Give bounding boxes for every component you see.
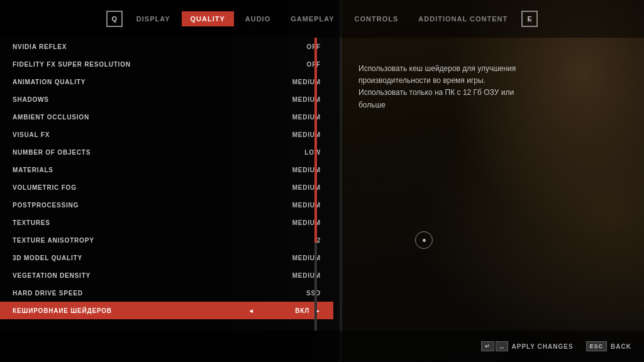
info-description: Использовать кеш шейдеров для улучшения …: [358, 63, 535, 111]
back-label: BACK: [611, 343, 631, 350]
setting-fidelity-fx[interactable]: FIDELITY FX SUPER RESOLUTION OFF: [0, 55, 333, 73]
scroll-thumb[interactable]: [314, 38, 317, 243]
setting-shader-cache[interactable]: КЕШИРОВНАИЕ ШЕЙДЕРОВ ◄ ВКЛ ►: [0, 302, 333, 319]
value-arrow-left[interactable]: ◄: [248, 307, 254, 314]
setting-3d-model-quality[interactable]: 3D MODEL QUALITY MEDIUM: [0, 249, 333, 266]
setting-postprocessing-label: POSTPROCESSING: [13, 202, 270, 209]
setting-3d-model-quality-label: 3D MODEL QUALITY: [13, 255, 270, 261]
tab-display[interactable]: DISPLAY: [128, 11, 179, 26]
setting-vegetation-density-value: MEDIUM: [270, 272, 321, 279]
key-enter-icon2: ⎵: [496, 341, 508, 351]
circle-dot: [423, 239, 426, 242]
tab-additional-content[interactable]: ADDITIONAL CONTENT: [409, 11, 516, 26]
setting-texture-anisotropy-value: 2: [270, 237, 321, 244]
setting-materials[interactable]: MATERIALS MEDIUM: [0, 161, 333, 178]
apply-changes-label: APPLY CHANGES: [512, 343, 574, 350]
enter-key-icons: ↵ ⎵: [481, 341, 508, 351]
settings-list: NVIDIA REFLEX OFF FIDELITY FX SUPER RESO…: [0, 38, 333, 331]
setting-shader-cache-label: КЕШИРОВНАИЕ ШЕЙДЕРОВ: [13, 307, 248, 314]
setting-materials-label: MATERIALS: [13, 167, 270, 173]
settings-panel: NVIDIA REFLEX OFF FIDELITY FX SUPER RESO…: [0, 38, 333, 331]
setting-nvidia-reflex-label: NVIDIA REFLEX: [13, 43, 270, 50]
setting-volumetric-fog-value: MEDIUM: [270, 184, 321, 191]
setting-nvidia-reflex-value: OFF: [270, 43, 321, 50]
scroll-track[interactable]: [314, 38, 317, 331]
setting-hard-drive-speed[interactable]: HARD DRIVE SPEED SSD: [0, 284, 333, 302]
setting-postprocessing[interactable]: POSTPROCESSING MEDIUM: [0, 196, 333, 214]
navigation-bar: Q DISPLAY QUALITY AUDIO GAMEPLAY CONTROL…: [0, 0, 644, 38]
setting-animation-quality-label: ANIMATION QUALITY: [13, 79, 270, 85]
setting-materials-value: MEDIUM: [270, 167, 321, 173]
setting-number-of-objects-value: LOW: [270, 149, 321, 156]
setting-volumetric-fog[interactable]: VOLUMETRIC FOG MEDIUM: [0, 178, 333, 196]
setting-ambient-occlusion[interactable]: AMBIENT OCCLUSION MEDIUM: [0, 108, 333, 126]
setting-textures[interactable]: TEXTURES MEDIUM: [0, 214, 333, 231]
info-panel: Использовать кеш шейдеров для улучшения …: [340, 38, 644, 331]
setting-hard-drive-speed-value: SSD: [270, 290, 321, 297]
setting-texture-anisotropy-label: TEXTURE ANISOTROPY: [13, 237, 270, 244]
setting-fidelity-fx-value: OFF: [270, 61, 321, 68]
tab-gameplay[interactable]: GAMEPLAY: [282, 11, 343, 26]
setting-number-of-objects[interactable]: NUMBER OF OBJECTS LOW: [0, 143, 333, 161]
tab-audio[interactable]: AUDIO: [236, 11, 279, 26]
setting-visual-fx[interactable]: VISUAL FX MEDIUM: [0, 126, 333, 143]
setting-vegetation-density[interactable]: VEGETATION DENSITY MEDIUM: [0, 266, 333, 284]
tab-quality[interactable]: QUALITY: [182, 11, 234, 26]
setting-textures-label: TEXTURES: [13, 219, 270, 226]
setting-vegetation-density-label: VEGETATION DENSITY: [13, 272, 270, 279]
setting-nvidia-reflex[interactable]: NVIDIA REFLEX OFF: [0, 38, 333, 55]
esc-key-icon: ESC: [586, 341, 608, 351]
prev-key-icon[interactable]: Q: [106, 11, 123, 27]
setting-animation-quality[interactable]: ANIMATION QUALITY MEDIUM: [0, 73, 333, 90]
setting-visual-fx-value: MEDIUM: [270, 131, 321, 138]
setting-ambient-occlusion-value: MEDIUM: [270, 114, 321, 121]
setting-3d-model-quality-value: MEDIUM: [270, 255, 321, 261]
circle-indicator: [415, 231, 433, 249]
setting-textures-value: MEDIUM: [270, 219, 321, 226]
key-enter-icon1: ↵: [481, 341, 494, 351]
apply-changes-action[interactable]: ↵ ⎵ APPLY CHANGES: [481, 341, 574, 351]
setting-animation-quality-value: MEDIUM: [270, 79, 321, 85]
setting-postprocessing-value: MEDIUM: [270, 202, 321, 209]
setting-number-of-objects-label: NUMBER OF OBJECTS: [13, 149, 270, 156]
setting-visual-fx-label: VISUAL FX: [13, 131, 270, 138]
setting-texture-anisotropy[interactable]: TEXTURE ANISOTROPY 2: [0, 231, 333, 249]
setting-ambient-occlusion-label: AMBIENT OCCLUSION: [13, 114, 270, 121]
tab-controls[interactable]: CONTROLS: [346, 11, 408, 26]
setting-shader-cache-control[interactable]: ◄ ВКЛ ►: [248, 307, 321, 314]
setting-volumetric-fog-label: VOLUMETRIC FOG: [13, 184, 270, 191]
setting-shadows-value: MEDIUM: [270, 96, 321, 103]
setting-shadows-label: SHADOWS: [13, 96, 270, 103]
bottom-bar: ↵ ⎵ APPLY CHANGES ESC BACK: [0, 331, 644, 362]
next-key-icon[interactable]: E: [521, 11, 538, 27]
setting-hard-drive-speed-label: HARD DRIVE SPEED: [13, 290, 270, 297]
setting-shader-cache-value: ВКЛ: [259, 307, 309, 314]
setting-fidelity-fx-label: FIDELITY FX SUPER RESOLUTION: [13, 61, 270, 68]
back-action[interactable]: ESC BACK: [586, 341, 631, 351]
setting-shadows[interactable]: SHADOWS MEDIUM: [0, 90, 333, 108]
